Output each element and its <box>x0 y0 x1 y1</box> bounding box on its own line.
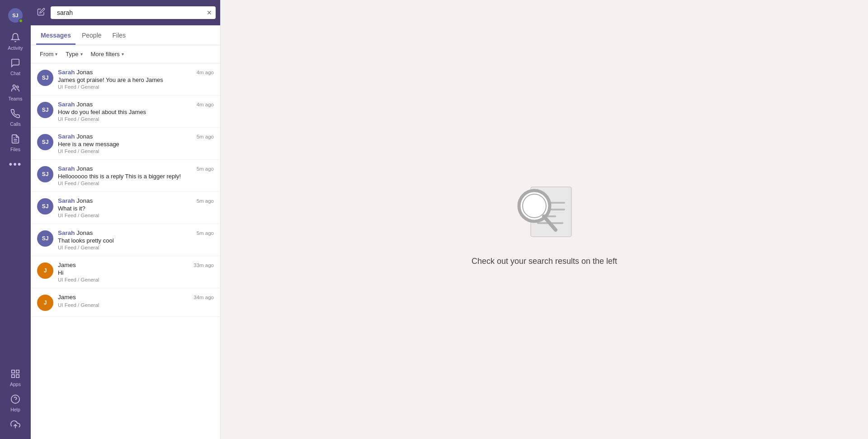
sidebar-item-more[interactable]: ••• <box>0 156 31 173</box>
list-item[interactable]: SJ Sarah Jonas 5m ago Here is a new mess… <box>31 128 220 160</box>
more-icon: ••• <box>9 159 22 169</box>
list-item[interactable]: SJ Sarah Jonas 5m ago What is it? UI Fee… <box>31 192 220 224</box>
sender-name: James <box>58 262 76 268</box>
message-text: How do you feel about this James <box>58 109 214 115</box>
search-bar-area: ✕ <box>31 0 220 25</box>
sidebar-item-chat-label: Chat <box>10 71 20 76</box>
sidebar-item-calls[interactable]: Calls <box>0 105 31 130</box>
message-body: Sarah Jonas 4m ago James got praise! You… <box>58 69 214 90</box>
svg-point-1 <box>16 86 19 88</box>
message-text: What is it? <box>58 205 214 212</box>
filter-more-button[interactable]: More filters ▾ <box>88 49 127 59</box>
sidebar-item-teams[interactable]: Teams <box>0 80 31 105</box>
more-filters-chevron-icon: ▾ <box>122 52 124 57</box>
sidebar-item-calls-label: Calls <box>10 121 20 127</box>
sidebar-item-files-label: Files <box>10 147 20 152</box>
sidebar-item-upload[interactable] <box>0 416 31 434</box>
sidebar-item-help-label: Help <box>10 407 20 412</box>
sender-name: Sarah Jonas <box>58 69 93 76</box>
message-time: 4m ago <box>197 102 214 107</box>
message-body: James 34m ago UI Feed / General <box>58 294 214 308</box>
search-panel: ✕ Messages People Files From ▾ Type ▾ Mo… <box>31 0 221 439</box>
sidebar-item-teams-label: Teams <box>9 96 23 101</box>
search-clear-button[interactable]: ✕ <box>207 9 212 16</box>
tab-files[interactable]: Files <box>108 25 131 45</box>
message-time: 4m ago <box>197 70 214 75</box>
search-input[interactable] <box>51 6 216 19</box>
empty-state-text: Check out your search results on the lef… <box>472 257 617 266</box>
filter-more-label: More filters <box>91 51 120 57</box>
sidebar-item-chat[interactable]: Chat <box>0 54 31 80</box>
message-channel: UI Feed / General <box>58 181 214 186</box>
message-text: James got praise! You are a hero James <box>58 76 214 83</box>
message-channel: UI Feed / General <box>58 213 214 218</box>
search-tabs: Messages People Files <box>31 25 220 45</box>
sender-name: Sarah Jonas <box>58 229 93 236</box>
svg-rect-7 <box>16 375 19 377</box>
list-item[interactable]: SJ Sarah Jonas 4m ago James got praise! … <box>31 63 220 95</box>
svg-point-0 <box>13 85 16 88</box>
sidebar-item-activity-label: Activity <box>8 45 23 51</box>
message-time: 34m ago <box>193 295 214 300</box>
avatar: SJ <box>37 198 53 215</box>
compose-button[interactable] <box>35 6 47 20</box>
message-text: Here is a new message <box>58 141 214 148</box>
message-channel: UI Feed / General <box>58 245 214 250</box>
empty-state-illustration <box>504 173 585 246</box>
status-indicator <box>19 19 23 23</box>
tab-messages[interactable]: Messages <box>36 25 75 45</box>
sidebar-item-activity[interactable]: Activity <box>0 29 31 54</box>
sender-name: James <box>58 294 76 301</box>
sidebar-item-apps[interactable]: Apps <box>0 365 31 391</box>
avatar: J <box>37 295 53 311</box>
avatar: SJ <box>37 230 53 247</box>
upload-icon <box>10 420 20 431</box>
filter-from-button[interactable]: From ▾ <box>37 49 60 59</box>
chat-icon <box>10 58 20 69</box>
calls-icon <box>10 109 20 120</box>
sidebar-item-help[interactable]: Help <box>0 391 31 416</box>
search-filters: From ▾ Type ▾ More filters ▾ <box>31 45 220 63</box>
filter-type-button[interactable]: Type ▾ <box>63 49 85 59</box>
message-body: Sarah Jonas 5m ago Helloooooo this is a … <box>58 165 214 186</box>
sidebar: SJ Activity Chat Teams Calls Files •• <box>0 0 31 439</box>
message-channel: UI Feed / General <box>58 302 214 308</box>
user-avatar-area: SJ <box>8 4 23 29</box>
list-item[interactable]: SJ Sarah Jonas 5m ago Helloooooo this is… <box>31 160 220 192</box>
avatar: SJ <box>37 102 53 118</box>
sender-name: Sarah Jonas <box>58 165 93 172</box>
list-item[interactable]: SJ Sarah Jonas 4m ago How do you feel ab… <box>31 95 220 128</box>
apps-icon <box>10 369 20 380</box>
message-time: 33m ago <box>193 262 214 268</box>
sender-name: Sarah Jonas <box>58 133 93 140</box>
list-item[interactable]: J James 34m ago UI Feed / General <box>31 288 220 317</box>
message-body: Sarah Jonas 4m ago How do you feel about… <box>58 101 214 122</box>
list-item[interactable]: J James 33m ago Hi UI Feed / General <box>31 256 220 288</box>
svg-rect-4 <box>12 370 14 373</box>
message-text: That looks pretty cool <box>58 237 214 244</box>
avatar: J <box>37 262 53 279</box>
message-body: Sarah Jonas 5m ago That looks pretty coo… <box>58 229 214 250</box>
help-icon <box>10 394 20 406</box>
files-icon <box>10 134 20 145</box>
message-channel: UI Feed / General <box>58 116 214 122</box>
from-chevron-icon: ▾ <box>55 52 57 57</box>
filter-type-label: Type <box>66 51 78 57</box>
message-list: SJ Sarah Jonas 4m ago James got praise! … <box>31 63 220 439</box>
message-channel: UI Feed / General <box>58 84 214 90</box>
message-channel: UI Feed / General <box>58 277 214 282</box>
type-chevron-icon: ▾ <box>80 52 83 57</box>
avatar: SJ <box>37 70 53 86</box>
message-time: 5m ago <box>197 198 214 204</box>
sidebar-item-files[interactable]: Files <box>0 130 31 156</box>
avatar: SJ <box>37 134 53 150</box>
avatar[interactable]: SJ <box>8 8 23 23</box>
tab-people[interactable]: People <box>77 25 106 45</box>
message-time: 5m ago <box>197 166 214 172</box>
svg-point-17 <box>523 194 546 218</box>
sidebar-item-apps-label: Apps <box>10 382 21 387</box>
list-item[interactable]: SJ Sarah Jonas 5m ago That looks pretty … <box>31 224 220 256</box>
svg-point-8 <box>11 395 19 403</box>
message-body: James 33m ago Hi UI Feed / General <box>58 262 214 282</box>
activity-icon <box>10 33 20 44</box>
